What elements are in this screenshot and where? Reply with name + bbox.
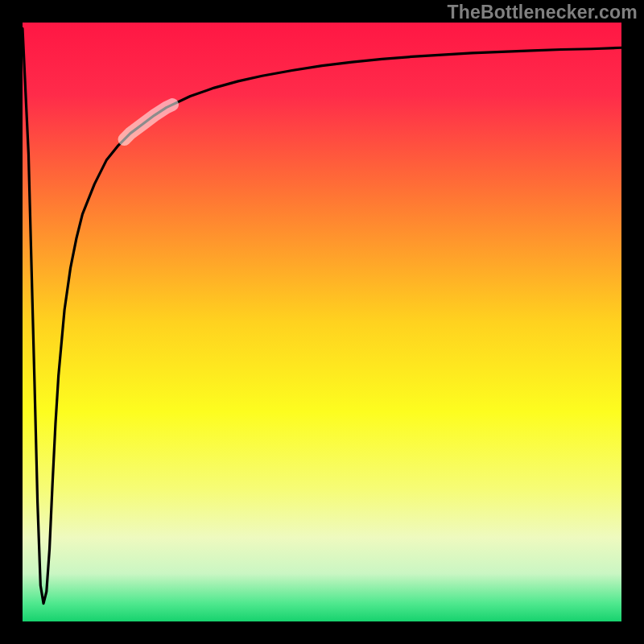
chart-frame — [0, 0, 644, 644]
chart-root: TheBottlenecker.com — [0, 0, 644, 644]
plot-background — [23, 23, 621, 621]
watermark-text: TheBottlenecker.com — [448, 2, 638, 23]
chart-svg — [0, 0, 644, 644]
